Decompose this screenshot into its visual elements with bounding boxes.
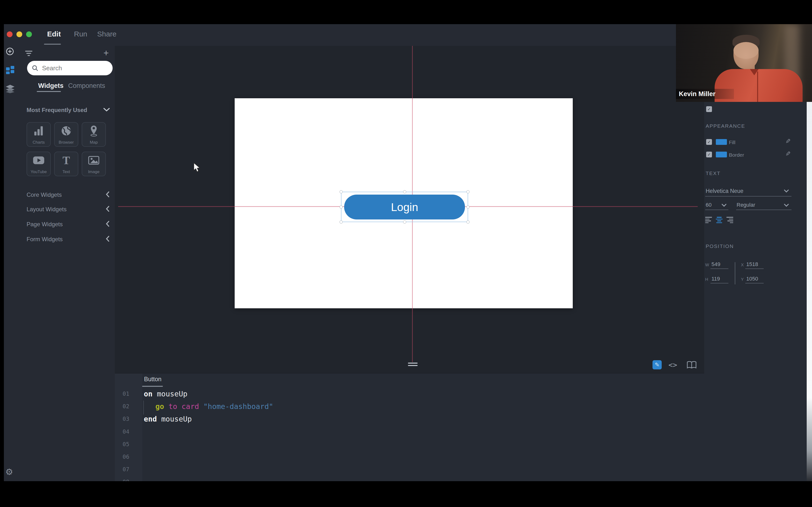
- close-window-button[interactable]: [7, 32, 12, 37]
- x-field-label: X: [741, 263, 744, 268]
- font-family-select[interactable]: Helvetica Neue: [706, 188, 743, 194]
- fill-eyedropper-icon[interactable]: ✎: [785, 137, 791, 145]
- group-layout-widgets[interactable]: Layout Widgets: [27, 206, 66, 213]
- search-box[interactable]: [27, 61, 113, 75]
- tab-edit-underline: [44, 44, 61, 45]
- chevron-left-icon[interactable]: [106, 236, 109, 243]
- docs-book-icon[interactable]: [687, 361, 697, 370]
- chevron-down-icon[interactable]: [784, 204, 789, 208]
- x-field-value[interactable]: 1518: [746, 261, 758, 268]
- section-title: Most Frequently Used: [27, 107, 87, 113]
- visible-checkbox[interactable]: ✓: [706, 106, 712, 112]
- widget-card-browser[interactable]: Browser: [54, 122, 78, 147]
- fill-checkbox[interactable]: ✓: [706, 139, 712, 145]
- youtube-icon: [27, 152, 50, 169]
- search-icon: [32, 65, 38, 71]
- appearance-title: APPEARANCE: [706, 123, 745, 129]
- inspector-panel: [704, 102, 812, 481]
- indent-guide: [143, 400, 144, 414]
- group-core-widgets[interactable]: Core Widgets: [27, 191, 62, 198]
- fill-color-swatch[interactable]: [716, 139, 727, 145]
- tab-share[interactable]: Share: [97, 30, 116, 38]
- sidebar-tab-components[interactable]: Components: [68, 82, 105, 90]
- y-field-value[interactable]: 1050: [746, 276, 758, 282]
- code-view-icon[interactable]: <>: [668, 361, 677, 369]
- widget-label: Image: [88, 169, 99, 174]
- layers-panel-icon[interactable]: [5, 84, 15, 94]
- script-tab[interactable]: Button: [144, 376, 161, 383]
- code-line-2[interactable]: goto card"home-dashboard": [155, 402, 273, 411]
- widget-card-map[interactable]: Map: [82, 122, 106, 147]
- font-weight-underline: [736, 210, 792, 210]
- font-size-underline: [705, 210, 728, 210]
- tab-edit[interactable]: Edit: [47, 30, 61, 38]
- align-right-button[interactable]: [726, 217, 733, 223]
- group-form-widgets[interactable]: Form Widgets: [27, 236, 63, 243]
- border-color-swatch[interactable]: [716, 152, 727, 157]
- text-icon: T: [55, 152, 78, 169]
- widget-card-charts[interactable]: Charts: [27, 122, 51, 147]
- panel-drag-handle[interactable]: [408, 365, 418, 366]
- resize-handle-n[interactable]: [403, 190, 406, 193]
- speaker-name: Kevin Miller: [679, 90, 716, 98]
- add-item-icon[interactable]: +: [103, 48, 109, 58]
- chevron-down-icon[interactable]: [784, 189, 789, 193]
- chevron-down-icon[interactable]: [722, 204, 726, 208]
- resize-handle-sw[interactable]: [340, 220, 343, 224]
- resize-handle-e[interactable]: [466, 206, 469, 209]
- globe-icon: [55, 123, 78, 139]
- border-eyedropper-icon[interactable]: ✎: [785, 150, 791, 157]
- chevron-down-icon[interactable]: [103, 108, 110, 113]
- resize-handle-nw[interactable]: [340, 190, 343, 193]
- widgets-tab-underline: [37, 91, 61, 92]
- align-center-button[interactable]: [716, 217, 723, 223]
- code-line-1[interactable]: onmouseUp: [144, 390, 188, 398]
- line-number: 05: [117, 441, 129, 447]
- sidebar-tab-widgets[interactable]: Widgets: [38, 82, 63, 90]
- height-field-underline: [711, 283, 728, 283]
- height-field-label: H: [705, 277, 708, 282]
- font-size-select[interactable]: 60: [706, 202, 711, 208]
- resize-handle-ne[interactable]: [466, 190, 469, 193]
- height-field-value[interactable]: 119: [711, 276, 720, 282]
- speaker-name-tag: Kevin Miller: [676, 89, 734, 99]
- edit-mode-icon[interactable]: ✎: [653, 360, 662, 370]
- filter-icon[interactable]: [25, 51, 33, 56]
- border-checkbox[interactable]: ✓: [706, 152, 712, 157]
- line-number-gutter: [115, 374, 142, 482]
- settings-gear-icon[interactable]: ⚙: [5, 467, 13, 477]
- panel-drag-handle[interactable]: [408, 362, 418, 363]
- selection-box: [341, 192, 468, 222]
- group-page-widgets[interactable]: Page Widgets: [27, 221, 63, 228]
- chevron-left-icon[interactable]: [106, 206, 109, 213]
- widget-card-text[interactable]: T Text: [54, 152, 78, 176]
- font-weight-select[interactable]: Regular: [737, 202, 755, 208]
- letterbox-left: [0, 0, 4, 507]
- chevron-left-icon[interactable]: [106, 221, 109, 228]
- screen-edge-strip: [807, 102, 812, 481]
- align-left-button[interactable]: [705, 217, 712, 223]
- add-widget-icon[interactable]: [6, 47, 14, 56]
- search-input[interactable]: [42, 64, 105, 72]
- zoom-window-button[interactable]: [26, 32, 32, 37]
- position-divider: [735, 262, 735, 284]
- widget-label: Browser: [59, 140, 74, 145]
- resize-handle-s[interactable]: [403, 220, 406, 224]
- charts-icon: [27, 123, 50, 139]
- line-number: 01: [117, 391, 129, 397]
- y-field-label: Y: [741, 277, 744, 282]
- resize-handle-se[interactable]: [466, 220, 469, 224]
- tab-run[interactable]: Run: [74, 30, 87, 38]
- pencil-icon: ✎: [655, 361, 660, 368]
- resize-handle-w[interactable]: [340, 206, 343, 209]
- minimize-window-button[interactable]: [16, 32, 22, 37]
- widget-card-image[interactable]: Image: [82, 152, 106, 176]
- widgets-panel-icon[interactable]: [6, 66, 14, 75]
- widget-card-youtube[interactable]: YouTube: [27, 152, 51, 176]
- webcam-video: Kevin Miller: [676, 24, 812, 102]
- chevron-left-icon[interactable]: [106, 191, 109, 198]
- position-title: POSITION: [706, 243, 734, 249]
- app-window: Edit Run Share ⚙ + Widgets Components Mo…: [0, 0, 812, 507]
- width-field-value[interactable]: 549: [711, 261, 720, 268]
- code-line-3[interactable]: endmouseUp: [144, 415, 192, 423]
